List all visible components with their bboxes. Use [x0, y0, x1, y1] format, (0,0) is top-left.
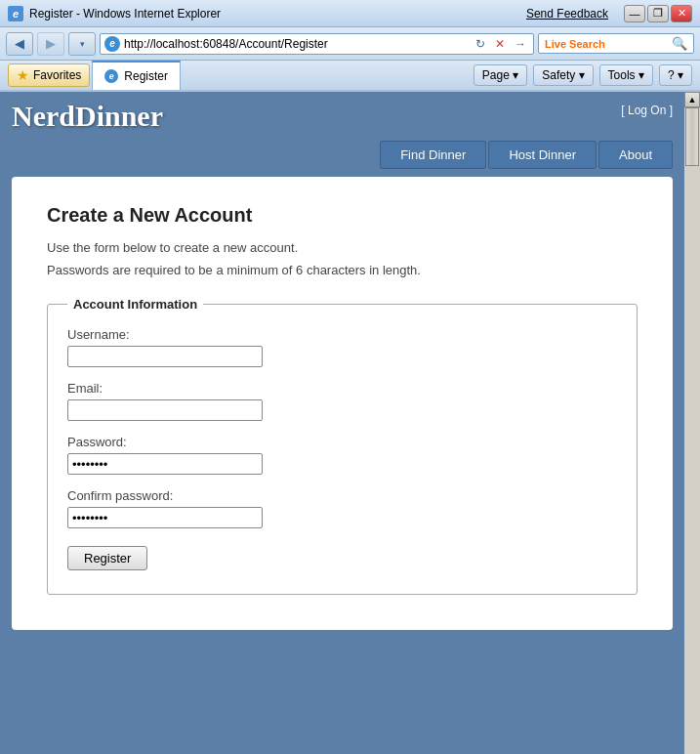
live-search-logo: Live Search — [545, 38, 605, 50]
tab-register-label: Register — [124, 69, 168, 83]
favorites-button[interactable]: ★ Favorites — [8, 63, 90, 87]
username-group: Username: — [67, 327, 617, 367]
browser-content: NerdDinner [ Log On ] Find Dinner Host D… — [0, 92, 700, 754]
password-label: Password: — [67, 435, 617, 449]
page-title: Create a New Account — [47, 204, 638, 227]
about-button[interactable]: About — [598, 141, 673, 169]
live-search-button[interactable]: 🔍 — [672, 36, 687, 51]
nd-header: NerdDinner [ Log On ] — [12, 100, 673, 133]
back-button[interactable]: ◀ — [6, 32, 33, 56]
confirm-password-label: Confirm password: — [67, 488, 617, 503]
ie-logo: e — [104, 36, 120, 52]
star-icon: ★ — [17, 67, 29, 83]
password-group: Password: — [67, 435, 617, 475]
nd-logo: NerdDinner — [12, 100, 163, 133]
dropdown-button[interactable]: ▾ — [68, 32, 96, 56]
live-search-input[interactable] — [609, 37, 668, 51]
title-bar-text: Register - Windows Internet Explorer — [29, 7, 526, 21]
register-button[interactable]: Register — [67, 546, 147, 570]
help-chevron-icon: ▾ — [678, 68, 683, 82]
content-box: Create a New Account Use the form below … — [12, 177, 673, 630]
tab-bar: e Register — [92, 61, 472, 90]
scrollbar-track[interactable] — [684, 107, 700, 754]
confirm-password-group: Confirm password: — [67, 488, 617, 528]
tools-button[interactable]: Tools ▾ — [599, 64, 653, 86]
find-dinner-button[interactable]: Find Dinner — [380, 141, 486, 169]
email-label: Email: — [67, 381, 617, 396]
address-bar: ◀ ▶ ▾ e ↻ ✕ → Live Search 🔍 — [0, 27, 700, 61]
title-bar-icon: e — [8, 6, 23, 21]
minimize-button[interactable]: — — [624, 5, 645, 22]
v-scrollbar: ▲ ▼ — [684, 92, 700, 754]
scrollbar-thumb[interactable] — [685, 107, 699, 166]
restore-button[interactable]: ❐ — [647, 5, 669, 22]
safety-button[interactable]: Safety ▾ — [533, 64, 593, 86]
host-dinner-button[interactable]: Host Dinner — [488, 141, 597, 169]
page-chevron-icon: ▾ — [513, 68, 518, 82]
send-feedback-link[interactable]: Send Feedback — [526, 7, 608, 21]
email-group: Email: — [67, 381, 617, 421]
window-controls: — ❐ ✕ — [624, 5, 692, 22]
nd-nav: Find Dinner Host Dinner About — [12, 141, 673, 169]
toolbar-right: Page ▾ Safety ▾ Tools ▾ ? ▾ — [474, 64, 692, 86]
username-label: Username: — [67, 327, 617, 342]
tools-chevron-icon: ▾ — [638, 68, 644, 82]
username-input[interactable] — [67, 346, 263, 367]
favorites-label: Favorites — [33, 68, 81, 82]
description-2: Passwords are required to be a minimum o… — [47, 263, 638, 277]
fieldset-legend: Account Information — [67, 297, 203, 312]
close-button[interactable]: ✕ — [671, 5, 692, 22]
description-1: Use the form below to create a new accou… — [47, 240, 638, 255]
safety-chevron-icon: ▾ — [579, 68, 585, 82]
ie-page-inner: NerdDinner [ Log On ] Find Dinner Host D… — [0, 92, 684, 754]
scroll-up-button[interactable]: ▲ — [684, 92, 700, 107]
forward-button[interactable]: ▶ — [37, 32, 64, 56]
password-input[interactable] — [67, 453, 263, 475]
stop-button[interactable]: ✕ — [492, 37, 508, 51]
address-input-wrap[interactable]: e ↻ ✕ → — [100, 33, 534, 55]
tab-ie-icon: e — [104, 69, 118, 83]
go-button[interactable]: → — [512, 37, 529, 51]
refresh-button[interactable]: ↻ — [473, 37, 488, 51]
account-fieldset: Account Information Username: Email: Pas… — [47, 297, 638, 595]
page-button[interactable]: Page ▾ — [474, 64, 527, 86]
tab-register[interactable]: e Register — [92, 61, 181, 90]
main-scroll-area: NerdDinner [ Log On ] Find Dinner Host D… — [0, 92, 684, 754]
help-button[interactable]: ? ▾ — [659, 64, 692, 86]
login-link[interactable]: [ Log On ] — [621, 104, 673, 117]
address-input[interactable] — [124, 37, 469, 51]
confirm-password-input[interactable] — [67, 507, 263, 528]
ie-page: NerdDinner [ Log On ] Find Dinner Host D… — [0, 92, 684, 754]
toolbar: ★ Favorites e Register Page ▾ Safety ▾ T… — [0, 61, 700, 92]
live-search-wrap[interactable]: Live Search 🔍 — [538, 33, 694, 54]
title-bar: e Register - Windows Internet Explorer S… — [0, 0, 700, 27]
email-input[interactable] — [67, 399, 263, 421]
